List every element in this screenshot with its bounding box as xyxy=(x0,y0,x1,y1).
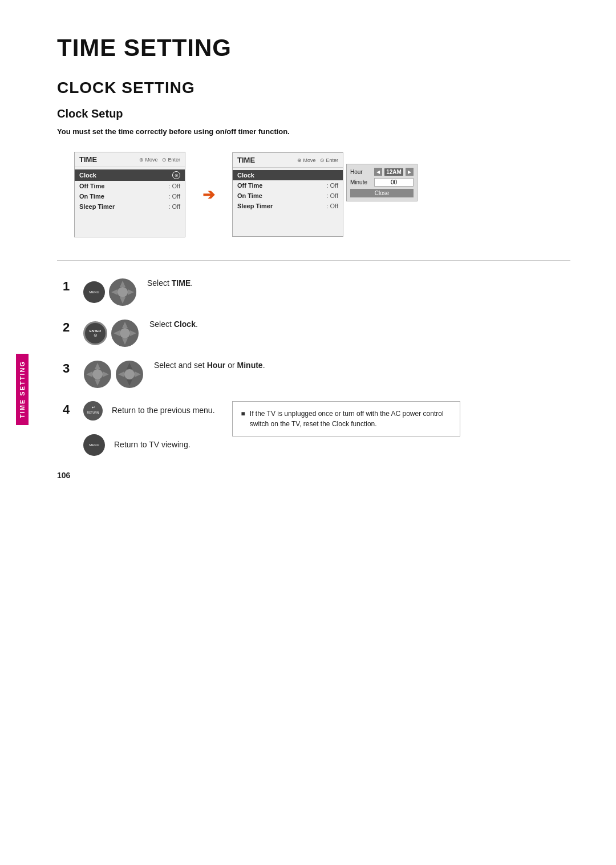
tv-menu-right-container: TIME ⊕ Move ⊙ Enter Clock Off Time : Off… xyxy=(232,152,343,237)
menu-row-clock-right: Clock xyxy=(233,170,343,180)
svg-point-11 xyxy=(120,328,130,338)
step-2-text: Select Clock. xyxy=(149,319,570,330)
step-1: 1 MENU xyxy=(63,278,570,306)
popup-minute-row: Minute 00 xyxy=(350,178,414,187)
menu-row-ontime-right: On Time : Off xyxy=(233,191,343,201)
step-3-text: Select and set Hour or Minute. xyxy=(154,360,570,371)
hour-next-btn[interactable]: ▶ xyxy=(406,168,414,176)
dpad-icon-3b xyxy=(115,360,144,389)
step-4-number: 4 xyxy=(63,403,73,416)
hour-value: 12AM xyxy=(384,168,403,176)
section-title: CLOCK SETTING xyxy=(57,79,570,97)
tv-menu-left: TIME ⊕ Move ⊙ Enter Clock ⊙ Off Time : O… xyxy=(74,152,185,237)
step-1-number: 1 xyxy=(63,280,73,293)
note-item: ■ If the TV is unplugged once or turn of… xyxy=(241,409,451,429)
hour-prev-btn[interactable]: ◀ xyxy=(374,168,382,176)
step-1-icons: MENU xyxy=(83,278,137,306)
return-button-icon: ↩ RETURN xyxy=(83,401,103,421)
menu-row-clock-left: Clock ⊙ xyxy=(75,169,185,181)
tv-menu-right-header: TIME ⊕ Move ⊙ Enter xyxy=(233,153,343,168)
enter-button-icon: ENTER ⊙ xyxy=(83,321,107,345)
dpad-icon-1 xyxy=(108,278,137,306)
step-2-number: 2 xyxy=(63,321,73,334)
note-text: If the TV is unplugged once or turn off … xyxy=(250,409,451,429)
svg-point-17 xyxy=(92,369,103,379)
popup-hour-label: Hour xyxy=(350,169,372,175)
divider xyxy=(57,260,570,261)
menu-row-sleep-left: Sleep Timer : Off xyxy=(75,201,185,212)
mockup-area: TIME ⊕ Move ⊙ Enter Clock ⊙ Off Time : O… xyxy=(74,152,570,237)
step-3: 3 xyxy=(63,360,570,389)
menu-right-nav: ⊕ Move ⊙ Enter xyxy=(297,157,338,163)
step-1-text: Select TIME. xyxy=(147,278,570,289)
svg-text:↩: ↩ xyxy=(92,406,95,409)
page-title: TIME SETTING xyxy=(57,34,570,62)
step-2: 2 ENTER ⊙ xyxy=(63,319,570,347)
page-number: 106 xyxy=(57,471,70,480)
dpad-icon-2 xyxy=(111,319,139,347)
menu-right-title: TIME xyxy=(237,156,255,164)
menu-row-offtime-left: Off Time : Off xyxy=(75,181,185,191)
subsection-title: Clock Setup xyxy=(57,107,570,120)
popup-hour-row: Hour ◀ 12AM ▶ xyxy=(350,168,414,176)
menu-button-icon-2: MENU xyxy=(83,434,105,456)
step-4-return-text: Return to the previous menu. xyxy=(112,405,215,417)
step-4-content: ↩ RETURN Return to the previous menu. ME… xyxy=(83,401,460,456)
svg-text:RETURN: RETURN xyxy=(87,411,99,414)
step-4: 4 ↩ RETURN Return to the previous menu. xyxy=(63,401,570,456)
tv-menu-left-header: TIME ⊕ Move ⊙ Enter xyxy=(75,152,185,167)
menu-row-sleep-right: Sleep Timer : Off xyxy=(233,201,343,211)
dpad-icon-3a xyxy=(83,360,112,389)
tv-menu-left-body: Clock ⊙ Off Time : Off On Time : Off Sle… xyxy=(75,167,185,237)
page-container: TIME SETTING TIME SETTING CLOCK SETTING … xyxy=(0,0,616,503)
step-3-icons xyxy=(83,360,144,389)
step-4-menu-text: Return to TV viewing. xyxy=(114,439,191,451)
svg-point-23 xyxy=(124,369,135,379)
side-label: TIME SETTING xyxy=(16,354,29,425)
svg-point-5 xyxy=(117,287,128,297)
step-2-icons: ENTER ⊙ xyxy=(83,319,139,347)
tv-menu-right-body: Clock Off Time : Off On Time : Off Sleep… xyxy=(233,168,343,236)
step-3-number: 3 xyxy=(63,362,73,375)
arrow-right: ➔ xyxy=(202,186,215,204)
menu-left-nav: ⊕ Move ⊙ Enter xyxy=(139,157,180,163)
instruction-text: You must set the time correctly before u… xyxy=(57,127,570,136)
menu-row-offtime-right: Off Time : Off xyxy=(233,180,343,191)
steps-area: 1 MENU xyxy=(63,278,570,456)
clock-popup: Hour ◀ 12AM ▶ Minute 00 Close xyxy=(346,164,418,201)
menu-row-ontime-left: On Time : Off xyxy=(75,191,185,201)
minute-value: 00 xyxy=(374,178,414,187)
tv-menu-right: TIME ⊕ Move ⊙ Enter Clock Off Time : Off… xyxy=(232,152,343,237)
popup-close-btn[interactable]: Close xyxy=(350,189,414,197)
menu-button-icon: MENU xyxy=(83,281,105,303)
notes-box: ■ If the TV is unplugged once or turn of… xyxy=(232,401,460,436)
note-bullet: ■ xyxy=(241,409,245,429)
menu-left-title: TIME xyxy=(79,155,97,164)
popup-minute-label: Minute xyxy=(350,179,372,185)
clock-select-icon: ⊙ xyxy=(172,171,180,179)
